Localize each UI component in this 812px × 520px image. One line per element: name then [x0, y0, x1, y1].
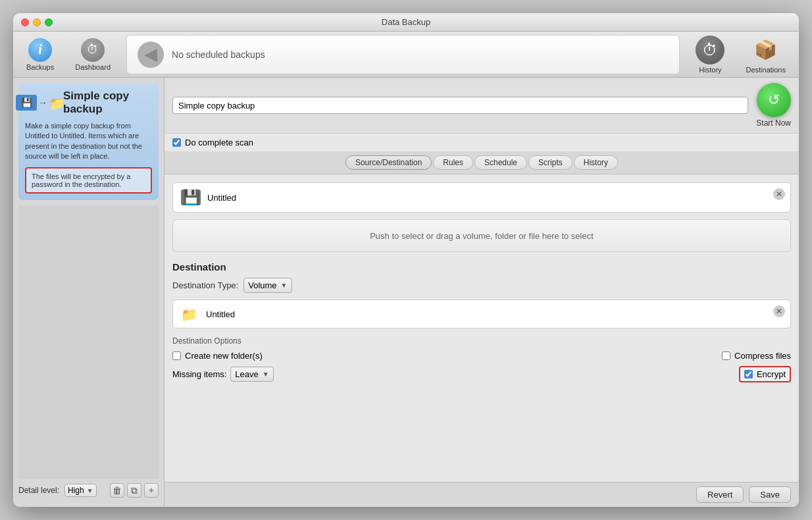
create-folder-label: Create new folder(s)	[185, 351, 263, 361]
options-row-2: Missing items: Leave ▼ Encry	[172, 366, 791, 382]
missing-items-select[interactable]: Leave ▼	[230, 367, 273, 382]
encrypt-checkbox[interactable]	[744, 370, 753, 378]
chevron-down-icon: ▼	[263, 371, 269, 378]
close-button[interactable]	[21, 18, 29, 26]
schedule-text: No scheduled backups	[172, 49, 265, 60]
destinations-icon: 📦	[751, 36, 780, 65]
destination-type-label: Destination Type:	[172, 280, 238, 290]
compress-files-checkbox[interactable]	[722, 351, 730, 360]
compress-files-option: Compress files	[722, 351, 791, 361]
right-panel: ↺ Start Now Do complete scan Source/Dest…	[165, 78, 799, 507]
detail-level-label: Detail level:	[18, 486, 59, 495]
do-complete-scan-row: Do complete scan	[165, 134, 799, 151]
titlebar: Data Backup	[13, 13, 799, 32]
save-button[interactable]: Save	[749, 486, 791, 503]
minimize-button[interactable]	[33, 18, 41, 26]
destination-name: Untitled	[206, 309, 235, 319]
options-grid: Create new folder(s) Compress files Miss…	[172, 351, 791, 382]
add-button[interactable]: ＋	[144, 483, 159, 498]
drag-drop-text: Push to select or drag a volume, folder …	[370, 231, 594, 241]
toolbar-right: ⏱ History 📦 Destinations	[690, 33, 791, 76]
content-area: 💾 Untitled ✕ Push to select or drag a vo…	[165, 174, 799, 482]
tab-rules[interactable]: Rules	[433, 155, 473, 170]
backups-icon: i	[28, 38, 52, 62]
backup-description: Make a simple copy backup from Untitled …	[25, 121, 152, 162]
arrow-icon: →	[38, 97, 47, 108]
destinations-label: Destinations	[746, 66, 786, 74]
destination-title: Destination	[172, 261, 791, 273]
backup-name-input[interactable]	[172, 97, 748, 114]
backups-label: Backups	[26, 63, 54, 71]
dest-folder-icon: 📁	[181, 307, 199, 321]
destination-type-select[interactable]: Volume ▼	[243, 278, 292, 293]
schedule-arrow-icon: ◀	[138, 41, 164, 68]
toolbar: i Backups ⏱ Dashboard ◀ No scheduled bac…	[13, 32, 799, 78]
destinations-button[interactable]: 📦 Destinations	[740, 33, 791, 76]
zoom-button[interactable]	[45, 18, 53, 26]
backup-name-bar: ↺ Start Now	[165, 78, 799, 134]
source-drive-icon: 💾	[16, 95, 37, 111]
create-folder-option: Create new folder(s)	[172, 351, 263, 361]
encrypt-warning: The files will be encrypted by a passwor…	[25, 167, 152, 194]
encrypt-option: Encrypt	[739, 366, 791, 382]
backups-button[interactable]: i Backups	[21, 36, 59, 74]
duplicate-button[interactable]: ⧉	[127, 483, 141, 498]
destination-volume-box: 📁 Untitled ✕	[172, 299, 791, 328]
main-window: Data Backup i Backups ⏱ Dashboard ◀ No s…	[13, 13, 799, 507]
destination-options: Destination Options Create new folder(s)…	[172, 336, 791, 382]
detail-level-select[interactable]: High ▼	[64, 484, 97, 497]
revert-button[interactable]: Revert	[696, 486, 744, 503]
backup-item-header: 💾 → 📁 Simple copy backup	[25, 90, 152, 116]
do-complete-scan-checkbox[interactable]	[172, 138, 181, 147]
tab-schedule[interactable]: Schedule	[474, 155, 527, 170]
drag-drop-area[interactable]: Push to select or drag a volume, folder …	[172, 219, 791, 252]
start-now-label: Start Now	[756, 118, 791, 128]
dashboard-icon: ⏱	[81, 38, 105, 62]
tabs-bar: Source/Destination Rules Schedule Script…	[165, 151, 799, 174]
history-button[interactable]: ⏱ History	[690, 33, 730, 76]
compress-files-label: Compress files	[734, 351, 791, 361]
schedule-banner: ◀ No scheduled backups	[126, 35, 680, 74]
backup-list-item[interactable]: 💾 → 📁 Simple copy backup Make a simple c…	[18, 83, 159, 200]
start-now-icon: ↺	[757, 83, 791, 117]
tab-history[interactable]: History	[574, 155, 618, 170]
missing-items-option: Missing items: Leave ▼	[172, 367, 274, 382]
encrypt-row: Encrypt	[739, 366, 791, 382]
do-complete-scan-label: Do complete scan	[185, 138, 253, 147]
encrypt-label: Encrypt	[757, 369, 786, 379]
history-label: History	[699, 66, 721, 74]
source-name: Untitled	[207, 193, 236, 203]
bottom-bar: Revert Save	[165, 482, 799, 507]
backup-title: Simple copy backup	[63, 90, 152, 116]
dashboard-label: Dashboard	[75, 63, 111, 71]
sidebar-empty-area	[18, 205, 159, 479]
action-buttons: 🗑 ⧉ ＋	[110, 483, 159, 498]
dest-remove-button[interactable]: ✕	[773, 305, 785, 317]
main-content: 💾 → 📁 Simple copy backup Make a simple c…	[13, 78, 799, 507]
tab-source-destination[interactable]: Source/Destination	[345, 155, 432, 170]
traffic-lights	[21, 18, 53, 26]
destination-section: Destination Destination Type: Volume ▼ 📁…	[172, 261, 791, 382]
source-volume-box: 💾 Untitled ✕	[172, 182, 791, 213]
options-row-1: Create new folder(s) Compress files	[172, 351, 791, 361]
dashboard-button[interactable]: ⏱ Dashboard	[70, 36, 116, 74]
destination-type-row: Destination Type: Volume ▼	[172, 278, 791, 293]
window-title: Data Backup	[382, 17, 430, 27]
sidebar-footer: Detail level: High ▼ 🗑 ⧉ ＋	[18, 479, 159, 502]
create-folder-checkbox[interactable]	[172, 351, 181, 360]
missing-items-label: Missing items:	[172, 369, 226, 379]
sidebar: 💾 → 📁 Simple copy backup Make a simple c…	[13, 78, 165, 507]
dest-options-title: Destination Options	[172, 336, 791, 346]
tab-scripts[interactable]: Scripts	[528, 155, 572, 170]
history-icon: ⏱	[696, 36, 724, 65]
start-now-button[interactable]: ↺ Start Now	[756, 83, 791, 128]
backup-type-icon: 💾 → 📁	[25, 90, 58, 115]
source-hdd-icon: 💾	[181, 190, 201, 205]
chevron-down-icon: ▼	[87, 487, 93, 494]
chevron-down-icon: ▼	[281, 282, 288, 289]
delete-button[interactable]: 🗑	[110, 483, 124, 498]
source-remove-button[interactable]: ✕	[773, 188, 785, 200]
